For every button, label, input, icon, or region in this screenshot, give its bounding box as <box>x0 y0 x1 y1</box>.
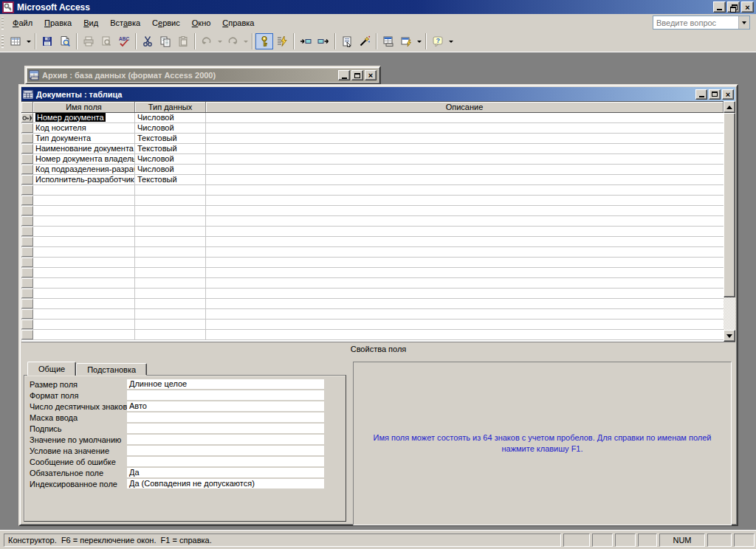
column-header-data-type[interactable]: Тип данных <box>135 102 206 112</box>
help-dropdown[interactable] <box>447 33 455 49</box>
property-decimal-places[interactable]: Авто <box>127 401 324 411</box>
scrollbar-thumb[interactable] <box>724 113 735 297</box>
field-name[interactable]: Исполнитель-разработчик <box>33 175 135 184</box>
row-selector[interactable] <box>21 268 33 277</box>
field-description[interactable] <box>206 113 724 122</box>
row-selector[interactable] <box>21 227 33 236</box>
view-button[interactable] <box>7 33 24 49</box>
row-selector[interactable] <box>21 154 33 164</box>
field-row[interactable]: Исполнитель-разработчик Текстовый <box>21 175 724 185</box>
field-description[interactable] <box>206 165 724 174</box>
database-window-button[interactable] <box>379 33 397 49</box>
redo-button[interactable] <box>224 33 241 49</box>
redo-dropdown[interactable] <box>241 33 250 49</box>
field-name[interactable]: Код носителя <box>33 123 135 133</box>
scroll-down-button[interactable] <box>724 330 735 342</box>
field-grid-empty-row[interactable] <box>21 330 724 340</box>
row-selector[interactable] <box>21 320 33 329</box>
spelling-button[interactable]: ABC <box>115 33 133 49</box>
field-grid-empty-row[interactable] <box>21 196 724 206</box>
save-button[interactable] <box>38 33 56 49</box>
row-selector[interactable] <box>21 175 33 184</box>
row-selector[interactable] <box>21 258 33 267</box>
property-field-size[interactable]: Длинное целое <box>127 379 324 389</box>
field-type[interactable]: Числовой <box>135 113 206 122</box>
field-grid-empty-row[interactable] <box>21 258 724 268</box>
field-grid-empty-row[interactable] <box>21 237 724 247</box>
indexes-button[interactable] <box>273 33 291 49</box>
menu-edit[interactable]: Правка <box>38 16 78 30</box>
property-validation-text[interactable] <box>127 457 324 466</box>
field-name-selected[interactable]: Номер документа <box>35 113 106 122</box>
property-default-value[interactable] <box>127 435 324 444</box>
property-validation-rule[interactable] <box>127 446 324 455</box>
cut-button[interactable] <box>139 33 157 49</box>
ask-question-input[interactable]: Введите вопрос <box>653 15 750 30</box>
field-row[interactable]: Номер документа Числовой <box>21 113 724 123</box>
field-description[interactable] <box>206 144 724 153</box>
view-dropdown[interactable] <box>24 33 32 49</box>
row-selector[interactable] <box>21 165 33 174</box>
field-grid-empty-row[interactable] <box>21 320 724 330</box>
menu-window[interactable]: Окно <box>186 16 217 30</box>
field-type[interactable]: Числовой <box>135 154 206 164</box>
paste-button[interactable] <box>174 33 192 49</box>
menu-file[interactable]: Файл <box>7 16 38 30</box>
db-close-button[interactable]: × <box>365 70 377 80</box>
field-type[interactable]: Текстовый <box>135 175 206 184</box>
row-selector[interactable] <box>21 309 33 319</box>
print-button[interactable] <box>80 33 97 49</box>
field-grid-empty-row[interactable] <box>21 289 724 299</box>
access-app-icon[interactable] <box>2 1 14 13</box>
field-grid-empty-row[interactable] <box>21 216 724 227</box>
field-row[interactable]: Тип документа Текстовый <box>21 134 724 144</box>
field-description[interactable] <box>206 123 724 133</box>
primary-key-button[interactable] <box>255 33 273 49</box>
field-grid-empty-row[interactable] <box>21 247 724 258</box>
field-name[interactable]: Код подразделения-разраб <box>33 165 135 174</box>
field-name[interactable]: Наименование документа <box>33 144 135 153</box>
field-type[interactable]: Числовой <box>135 123 206 133</box>
row-selector[interactable] <box>21 134 33 143</box>
property-caption[interactable] <box>127 424 324 433</box>
property-format[interactable] <box>127 390 324 400</box>
row-selector[interactable] <box>21 144 33 153</box>
field-grid-empty-row[interactable] <box>21 278 724 289</box>
field-grid-empty-row[interactable] <box>21 227 724 237</box>
row-selector[interactable] <box>21 289 33 298</box>
property-required[interactable]: Да <box>127 468 324 477</box>
row-selector[interactable] <box>21 206 33 215</box>
undo-button[interactable] <box>198 33 216 49</box>
menu-tools[interactable]: Сервис <box>146 16 186 30</box>
build-button[interactable] <box>356 33 374 49</box>
field-type[interactable]: Текстовый <box>135 144 206 153</box>
database-window-titlebar[interactable]: Архив : база данных (формат Access 2000)… <box>27 69 378 82</box>
db-maximize-button[interactable] <box>351 70 363 80</box>
column-header-description[interactable]: Описание <box>206 102 724 112</box>
row-selector[interactable] <box>21 330 33 339</box>
table-window-titlebar[interactable]: Документы : таблица × <box>21 87 735 101</box>
table-maximize-button[interactable] <box>709 89 721 100</box>
app-minimize-button[interactable] <box>713 1 726 13</box>
field-grid-empty-row[interactable] <box>21 299 724 309</box>
database-window[interactable]: Архив : база данных (формат Access 2000)… <box>24 66 381 85</box>
app-close-button[interactable]: × <box>741 1 754 13</box>
toolbar-grip-handle[interactable] <box>1 35 4 48</box>
delete-rows-button[interactable] <box>315 33 332 49</box>
tab-lookup[interactable]: Подстановка <box>76 363 147 376</box>
field-row[interactable]: Номер документа владельц Числовой <box>21 154 724 165</box>
row-selector[interactable] <box>21 299 33 308</box>
field-row[interactable]: Код подразделения-разраб Числовой <box>21 165 724 175</box>
row-selector[interactable] <box>21 237 33 246</box>
field-row[interactable]: Код носителя Числовой <box>21 123 724 134</box>
ask-question-dropdown[interactable] <box>738 16 749 29</box>
new-object-dropdown[interactable] <box>415 33 423 49</box>
row-selector[interactable] <box>21 216 33 226</box>
field-grid-empty-row[interactable] <box>21 206 724 216</box>
grid-vertical-scrollbar[interactable] <box>724 101 735 342</box>
help-button[interactable]: ? <box>429 33 447 49</box>
field-description[interactable] <box>206 175 724 184</box>
row-selector-current-primary-key[interactable] <box>21 113 33 122</box>
field-type[interactable]: Текстовый <box>135 134 206 143</box>
column-header-field-name[interactable]: Имя поля <box>33 102 135 112</box>
